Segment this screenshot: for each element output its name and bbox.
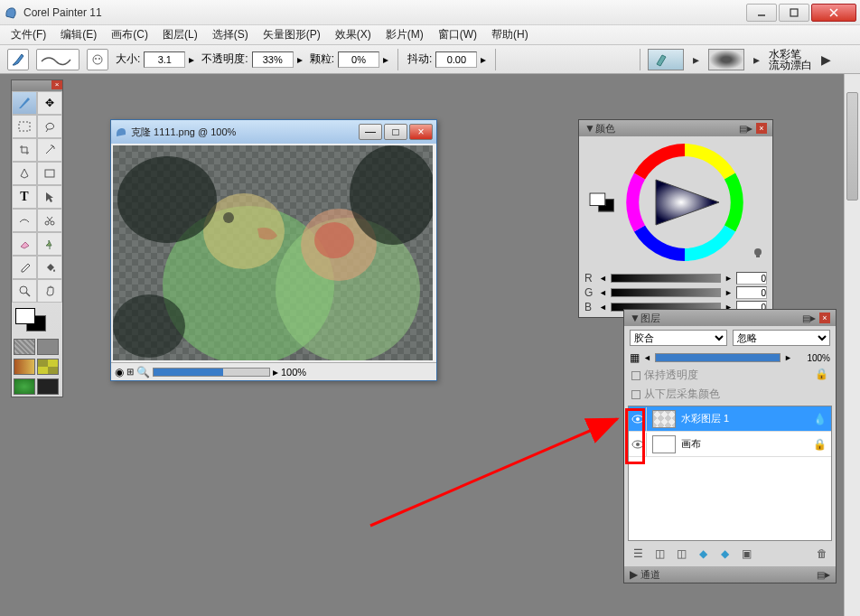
layers-menu-icon[interactable]: ▤ (802, 313, 810, 323)
g-input[interactable] (736, 286, 767, 299)
jitter-spinner-icon[interactable]: ▸ (481, 53, 486, 66)
lock-icon[interactable]: 🔒 (815, 368, 828, 380)
eraser-tool[interactable] (12, 232, 37, 256)
opacity-input[interactable] (252, 51, 294, 68)
layers-collapse-icon[interactable]: ▼ (630, 312, 640, 324)
brush-category-swatch[interactable] (648, 49, 684, 70)
nozzle-swatch[interactable] (14, 378, 35, 395)
slider-arrow-icon[interactable]: ▸ (273, 366, 278, 378)
color-menu-icon[interactable]: ▤ (739, 124, 747, 134)
pick-color-checkbox[interactable] (631, 390, 640, 399)
r-input[interactable] (736, 272, 767, 285)
shape-tool[interactable] (37, 162, 62, 185)
composite-select[interactable]: 忽略 (733, 330, 830, 346)
blend-mode-select[interactable]: 胶合 (630, 330, 727, 346)
menu-canvas[interactable]: 画布(C) (106, 25, 154, 44)
brush-flyout-icon[interactable]: ▶ (818, 52, 835, 67)
delete-layer-icon[interactable]: 🗑 (814, 546, 830, 561)
brush-variant-swatch[interactable] (708, 49, 744, 70)
vertical-scrollbar[interactable] (844, 74, 860, 616)
clone-tool[interactable] (37, 232, 62, 256)
menu-vector[interactable]: 矢量图形(P) (257, 25, 326, 44)
layer-visibility-icon[interactable] (629, 433, 647, 456)
scissors-tool[interactable] (37, 209, 62, 232)
doc-close-button[interactable]: × (409, 124, 433, 140)
doc-zoom-slider[interactable] (153, 368, 270, 377)
size-spinner-icon[interactable]: ▸ (189, 53, 194, 66)
layer-mask-icon[interactable]: ◆ (695, 546, 711, 561)
menu-file[interactable]: 文件(F) (5, 25, 51, 44)
menu-layer[interactable]: 图层(L) (157, 25, 203, 44)
layer-row-watercolor[interactable]: 水彩图层 1 💧 (629, 406, 831, 432)
close-button[interactable] (811, 4, 856, 22)
minimize-button[interactable] (746, 4, 777, 22)
g-slider[interactable] (611, 288, 721, 297)
pointer-tool[interactable] (37, 185, 62, 209)
toolpanel-close-icon[interactable]: × (51, 80, 62, 89)
doc-nav-icon[interactable]: ⊞ (126, 367, 134, 377)
brush-tool-icon[interactable] (7, 49, 29, 70)
gradient-swatch[interactable] (14, 359, 35, 375)
brush-tool[interactable] (12, 91, 37, 115)
layer-opacity-slider[interactable] (655, 353, 781, 362)
doc-minimize-button[interactable]: — (359, 124, 382, 140)
layer-fx-icon[interactable]: ◆ (716, 546, 733, 561)
grain-input[interactable] (338, 51, 379, 68)
paper-swatch[interactable] (14, 339, 35, 355)
channels-flyout-icon[interactable]: ▸ (825, 568, 830, 581)
grain-spinner-icon[interactable]: ▸ (383, 53, 388, 66)
canvas[interactable] (113, 145, 433, 360)
color-well[interactable] (15, 308, 48, 331)
dropper-tool[interactable] (12, 256, 37, 279)
color-close-icon[interactable]: × (756, 123, 767, 134)
size-input[interactable] (144, 51, 185, 68)
menu-window[interactable]: 窗口(W) (433, 25, 482, 44)
move-tool[interactable]: ✥ (37, 91, 62, 115)
doc-info-icon[interactable]: ◉ (115, 366, 124, 378)
wand-tool[interactable] (37, 138, 62, 162)
preserve-trans-checkbox[interactable] (631, 371, 640, 380)
color-collapse-icon[interactable]: ▼ (584, 122, 595, 135)
brush-variant-arrow-icon[interactable]: ▸ (750, 52, 763, 67)
weave-swatch[interactable] (37, 378, 59, 395)
channels-collapse-icon[interactable]: ▶ (630, 568, 640, 581)
layers-close-icon[interactable]: × (819, 313, 830, 323)
opacity-spinner-icon[interactable]: ▸ (297, 53, 303, 66)
brush-category-arrow-icon[interactable]: ▸ (689, 52, 703, 67)
hand-tool[interactable] (37, 279, 62, 303)
new-layer-icon[interactable]: ◫ (651, 546, 668, 561)
menu-edit[interactable]: 编辑(E) (55, 25, 102, 44)
bucket-tool[interactable] (37, 256, 62, 279)
layer-group-icon[interactable]: ▣ (738, 546, 754, 561)
menu-effects[interactable]: 效果(X) (330, 25, 377, 44)
crop-tool[interactable] (12, 138, 37, 162)
pattern-swatch[interactable] (37, 359, 59, 375)
channels-menu-icon[interactable]: ▤ (817, 570, 825, 580)
layers-flyout-icon[interactable]: ▸ (810, 312, 816, 324)
color-detach-icon[interactable] (751, 246, 765, 258)
new-layer2-icon[interactable]: ◫ (673, 546, 689, 561)
color-flyout-icon[interactable]: ▸ (747, 122, 752, 135)
layer-visibility-icon[interactable] (629, 407, 647, 431)
doc-maximize-button[interactable]: □ (384, 124, 407, 140)
freehand-mode-icon[interactable] (36, 49, 79, 70)
paper-swatch-2[interactable] (37, 339, 59, 355)
color-panel-well[interactable] (590, 193, 616, 212)
maximize-button[interactable] (779, 4, 809, 22)
menu-movie[interactable]: 影片(M) (380, 25, 429, 44)
r-slider[interactable] (611, 274, 721, 283)
layer-cmd-icon[interactable]: ☰ (630, 546, 646, 561)
color-wheel[interactable] (626, 144, 743, 261)
menu-help[interactable]: 帮助(H) (486, 25, 534, 44)
lasso-tool[interactable] (37, 115, 62, 138)
marquee-tool[interactable] (12, 115, 37, 138)
text-tool[interactable]: T (12, 185, 37, 209)
layer-row-canvas[interactable]: 画布 🔒 (629, 432, 831, 457)
doc-zoom-icon[interactable]: 🔍 (136, 366, 150, 378)
menu-select[interactable]: 选择(S) (207, 25, 254, 44)
zoom-tool[interactable] (12, 279, 37, 303)
pen-tool[interactable] (12, 162, 37, 185)
expression-icon[interactable] (87, 49, 108, 70)
selection-tool[interactable] (12, 209, 37, 232)
jitter-input[interactable] (435, 51, 477, 68)
